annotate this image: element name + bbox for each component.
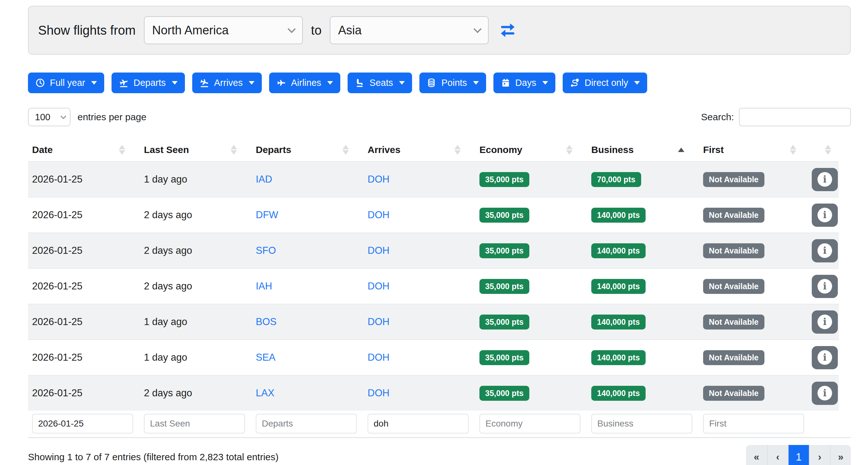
- arrives-airport-link[interactable]: DOH: [368, 316, 390, 328]
- last-seen-filter-input[interactable]: [144, 414, 245, 434]
- caret-down-icon: [634, 81, 640, 85]
- plane-icon: [276, 78, 286, 88]
- economy-points-badge: 35,000 pts: [479, 386, 529, 401]
- economy-filter-input[interactable]: [479, 414, 581, 434]
- header-departs[interactable]: Departs: [252, 138, 364, 161]
- entries-summary: Showing 1 to 7 of 7 entries (filtered fr…: [28, 452, 279, 462]
- cell-date: 2026-01-25: [28, 376, 140, 411]
- row-info-button[interactable]: i: [812, 346, 838, 369]
- table-row: 2026-01-25 2 days ago IAH DOH 35,000 pts…: [28, 268, 839, 304]
- filter-label: Points: [441, 78, 467, 88]
- app-page: Show flights from North America to Asia: [0, 0, 868, 465]
- departs-airport-link[interactable]: IAD: [256, 174, 272, 185]
- header-details[interactable]: [811, 138, 839, 161]
- header-date[interactable]: Date: [28, 138, 140, 161]
- caret-down-icon: [172, 81, 178, 85]
- filter-label: Departs: [133, 78, 166, 88]
- search-label: Search:: [701, 112, 734, 122]
- header-business[interactable]: Business: [587, 138, 699, 161]
- row-info-button[interactable]: i: [812, 204, 838, 227]
- departs-airport-link[interactable]: LAX: [256, 387, 275, 399]
- header-last-seen[interactable]: Last Seen: [140, 138, 252, 161]
- search-input[interactable]: [739, 108, 851, 126]
- header-arrives[interactable]: Arrives: [364, 138, 475, 161]
- filter-label: Seats: [370, 78, 393, 88]
- departs-airport-link[interactable]: SEA: [256, 352, 275, 363]
- swap-route-button[interactable]: [499, 21, 517, 39]
- first-filter-input[interactable]: [703, 414, 804, 434]
- seat-icon: [355, 78, 365, 88]
- pagination-prev-button[interactable]: ‹: [767, 445, 788, 465]
- arrives-airport-link[interactable]: DOH: [368, 281, 390, 292]
- cell-date: 2026-01-25: [28, 269, 140, 304]
- filter-days-button[interactable]: Days: [493, 72, 555, 93]
- header-first[interactable]: First: [699, 138, 811, 161]
- caret-down-icon: [91, 81, 97, 85]
- sort-icon: [342, 145, 349, 155]
- date-filter-input[interactable]: [32, 414, 133, 434]
- pagination-last-button[interactable]: »: [830, 445, 851, 465]
- table-controls-row: 100 entries per page Search:: [28, 108, 851, 126]
- filter-label: Full year: [50, 78, 85, 88]
- info-icon: i: [817, 279, 832, 294]
- cell-last-seen: 1 day ago: [140, 340, 252, 375]
- arrives-airport-link[interactable]: DOH: [368, 352, 390, 363]
- cell-last-seen: 1 day ago: [140, 162, 252, 197]
- row-info-button[interactable]: i: [812, 239, 838, 262]
- column-filters-row: [28, 414, 839, 434]
- first-availability-badge: Not Available: [703, 243, 765, 258]
- first-availability-badge: Not Available: [703, 386, 765, 401]
- route-selector-panel: Show flights from North America to Asia: [28, 6, 851, 55]
- cell-date: 2026-01-25: [28, 198, 140, 233]
- business-points-badge: 140,000 pts: [591, 350, 646, 365]
- filter-seats-button[interactable]: Seats: [348, 72, 412, 93]
- departs-airport-link[interactable]: DFW: [256, 209, 278, 221]
- business-points-badge: 140,000 pts: [591, 243, 646, 258]
- row-info-button[interactable]: i: [812, 311, 838, 333]
- business-points-badge: 140,000 pts: [591, 386, 646, 401]
- arrives-airport-link[interactable]: DOH: [368, 245, 390, 256]
- origin-region-select[interactable]: North America: [144, 16, 303, 44]
- business-filter-input[interactable]: [591, 414, 692, 434]
- filter-button-row: Full year Departs Arrives: [28, 72, 851, 93]
- cell-last-seen: 2 days ago: [140, 269, 252, 304]
- arrives-filter-input[interactable]: [368, 414, 469, 434]
- filter-airlines-button[interactable]: Airlines: [269, 72, 340, 93]
- header-economy[interactable]: Economy: [475, 138, 587, 161]
- table-row: 2026-01-25 1 day ago IAD DOH 35,000 pts …: [28, 161, 839, 197]
- departs-airport-link[interactable]: BOS: [256, 316, 276, 328]
- cell-last-seen: 2 days ago: [140, 376, 252, 411]
- route-label-prefix: Show flights from: [38, 23, 136, 37]
- row-info-button[interactable]: i: [812, 382, 838, 405]
- departs-airport-link[interactable]: IAH: [256, 281, 272, 292]
- arrives-airport-link[interactable]: DOH: [368, 209, 390, 221]
- business-points-badge: 140,000 pts: [591, 208, 646, 223]
- caret-down-icon: [542, 81, 548, 85]
- caret-down-icon: [399, 81, 405, 85]
- pagination-page-1-button[interactable]: 1: [788, 445, 809, 465]
- table-footer-row: Showing 1 to 7 of 7 entries (filtered fr…: [28, 445, 851, 465]
- first-availability-badge: Not Available: [703, 350, 765, 365]
- departs-filter-input[interactable]: [256, 414, 357, 434]
- entries-per-page-select[interactable]: 100: [28, 108, 70, 126]
- pagination-next-button[interactable]: ›: [809, 445, 830, 465]
- filter-departs-button[interactable]: Departs: [112, 72, 185, 93]
- filter-direct-only-button[interactable]: Direct only: [563, 72, 647, 93]
- filter-points-button[interactable]: Points: [420, 72, 486, 93]
- departs-airport-link[interactable]: SFO: [256, 245, 276, 256]
- filter-arrives-button[interactable]: Arrives: [192, 72, 262, 93]
- arrives-airport-link[interactable]: DOH: [368, 174, 390, 185]
- clock-icon: [35, 78, 45, 88]
- cell-date: 2026-01-25: [28, 304, 140, 339]
- first-availability-badge: Not Available: [703, 172, 765, 187]
- filter-full-year-button[interactable]: Full year: [28, 72, 104, 93]
- pagination-first-button[interactable]: «: [746, 445, 767, 465]
- caret-down-icon: [327, 81, 333, 85]
- route-label-to: to: [311, 23, 321, 37]
- arrives-airport-link[interactable]: DOH: [368, 387, 390, 399]
- row-info-button[interactable]: i: [812, 275, 838, 298]
- destination-region-select[interactable]: Asia: [330, 16, 489, 44]
- row-info-button[interactable]: i: [812, 168, 838, 191]
- sort-icon: [119, 145, 125, 155]
- first-availability-badge: Not Available: [703, 315, 765, 329]
